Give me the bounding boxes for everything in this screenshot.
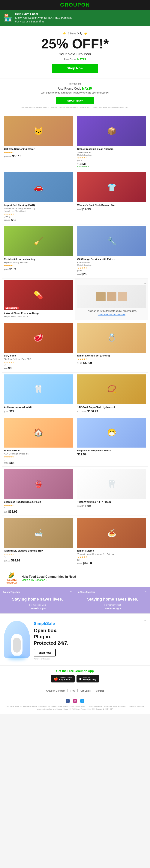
footer-legal-text: You are receiving this email because INF… bbox=[6, 705, 144, 711]
feeding-america-logo: 🌽 FEEDING AMERICA bbox=[4, 572, 19, 584]
product-price-block: $77.50 $55 bbox=[4, 218, 73, 222]
product-price-block: $130 $64.50 bbox=[77, 562, 146, 565]
product-title: Oil Change Services with Extras bbox=[77, 258, 146, 261]
product-card-bbq-food[interactable]: 🥩 BBQ Food Big Daddy's Home Plate BBQ ★★… bbox=[2, 321, 75, 372]
product-image: 🚗 bbox=[4, 172, 73, 202]
product-card-blood-pressure[interactable]: 💊 LEARN MORE 4 Worst Blood Pressure Drug… bbox=[2, 278, 75, 320]
product-card-airport-parking[interactable]: 🚗 Airport Self Parking (EWR) Newark Airp… bbox=[2, 170, 75, 224]
product-review-count: (3) bbox=[77, 559, 146, 561]
product-card-oil-change[interactable]: 🔧 Oil Change Services with Extras Expres… bbox=[75, 224, 148, 278]
product-card-gold-chain[interactable]: 📿 14K Gold Rope Chain by Moricci $1,229.… bbox=[75, 372, 148, 415]
simplisafe-powered-by: Powered by Groupon bbox=[34, 658, 146, 660]
product-price-block: $1,229.99 $156.99 bbox=[77, 410, 146, 413]
product-price-original: $50 bbox=[77, 273, 81, 276]
product-image-label: 😷 bbox=[106, 427, 117, 438]
product-price-original: $1,229.99 bbox=[77, 410, 86, 413]
product-price-original: $45 bbox=[4, 367, 7, 370]
green-banner-text: Help Save Local Show Your Support With a… bbox=[15, 12, 72, 24]
product-card-earrings[interactable]: 💍 Italian Earrings Set (9-Pairs) ★★★★☆ $… bbox=[75, 321, 148, 372]
product-image-label: 📿 bbox=[106, 384, 117, 395]
psa-ad-tag-1: Ad bbox=[70, 590, 72, 592]
product-price-block: $250 $37.99 bbox=[77, 361, 146, 365]
product-price-original: $245 bbox=[4, 410, 8, 413]
product-card-dental-kit[interactable]: 🦷 At-Home Impression Kit $245 $29 bbox=[2, 372, 75, 415]
twitter-icon[interactable]: t bbox=[80, 699, 84, 703]
product-price-original: $25 bbox=[77, 208, 81, 211]
footer-nav-item-3[interactable]: Contact bbox=[96, 689, 104, 692]
product-card-bathtub-tray[interactable]: 🛁 iMountTEK Bamboo Bathtub Tray ★★★★☆(1)… bbox=[2, 516, 75, 567]
psa-hashtag-1: #AloneTogether bbox=[3, 591, 20, 593]
product-card-womens-top[interactable]: 👕 Women's Boat-Neck Dolman Top $25 $14.9… bbox=[75, 170, 148, 224]
product-image: 👕 bbox=[77, 172, 146, 202]
simplisafe-banner: Ad SimpliSafe Open box. Plug in. Protect… bbox=[0, 614, 150, 665]
product-price-current: $35.10 bbox=[12, 155, 21, 158]
product-image: 👙 bbox=[4, 469, 73, 499]
footer-nav-item-2[interactable]: Gift Cards bbox=[80, 689, 91, 692]
product-image: 💍 bbox=[77, 323, 146, 353]
product-title: Residential Housecleaning bbox=[4, 258, 73, 261]
product-image-label: 📦 bbox=[106, 126, 117, 136]
shop-now-button[interactable]: Shop Now bbox=[52, 64, 98, 73]
product-title: This is an ad for better boots sold at h… bbox=[86, 309, 137, 313]
product-price-current: $25 bbox=[81, 273, 86, 276]
product-title: Cat Tree Scratching Tower bbox=[4, 148, 73, 151]
product-price-original: $95 bbox=[77, 163, 81, 165]
footer-nav-item-0[interactable]: Groupon Merchant bbox=[46, 689, 65, 692]
product-stars: ★★★★☆ bbox=[4, 361, 73, 363]
facebook-icon[interactable]: f bbox=[66, 699, 70, 703]
product-card-bras[interactable]: 👙 Seamless Padded Bras (6-Pack) ★★★★☆(1)… bbox=[2, 467, 75, 516]
product-title: At-Home Impression Kit bbox=[4, 406, 73, 409]
product-merchant-link[interactable]: Learn more at thursboots.com bbox=[98, 313, 125, 316]
psa-card-1: #AloneTogether Ad Staying home saves liv… bbox=[0, 587, 75, 613]
product-card-teeth-whitening[interactable]: 🦷 Teeth Whitening Kit (7-Piece) $76 $11.… bbox=[75, 467, 148, 516]
psa-subtitle-2: For more info visit bbox=[78, 604, 147, 606]
footer-legal: f in t You are receiving this email beca… bbox=[0, 695, 150, 714]
product-review-count: (221) bbox=[77, 270, 146, 272]
lightning-icon: ⚡ bbox=[62, 31, 66, 35]
product-merchant: Express Lube bbox=[77, 261, 146, 264]
footer-nav-item-1[interactable]: FAQ bbox=[71, 689, 75, 692]
product-card-italian-cuisine[interactable]: 🍝 Italian Cuisine Viennotti House Restau… bbox=[75, 516, 148, 567]
product-title: Disposable 3-Ply Face Masks bbox=[77, 449, 146, 452]
product-price-current: $84 bbox=[9, 461, 15, 464]
product-image: 😷 bbox=[77, 417, 146, 447]
app-badges: 🍎 Download on the App Store ▶ Get it on … bbox=[4, 675, 146, 682]
product-card-housecleaning[interactable]: 🧹 Residential Housecleaning Skyline Clea… bbox=[2, 224, 75, 278]
product-card-cat-tree[interactable]: 🐱 Cat Tree Scratching Tower ★★★★☆ $109.9… bbox=[2, 114, 75, 170]
instagram-icon[interactable]: in bbox=[73, 699, 77, 703]
simplisafe-glow bbox=[7, 656, 26, 660]
product-price-current: $31 bbox=[81, 162, 86, 165]
products-section: 🐱 Cat Tree Scratching Tower ★★★★☆ $109.9… bbox=[0, 112, 150, 569]
sub-promo-instruction: Just enter the code at checkout to apply… bbox=[7, 91, 143, 94]
product-stars: ★★★★☆ bbox=[77, 358, 146, 361]
product-card-boots-ad[interactable]: Ad This is an ad for better boots sold a… bbox=[75, 278, 148, 320]
product-image-label: 🦷 bbox=[106, 479, 117, 489]
product-image-label: 🧹 bbox=[33, 236, 44, 246]
product-stars: ★★★★☆ bbox=[4, 553, 73, 556]
product-image-label: 🐱 bbox=[33, 126, 44, 136]
product-image: 📿 bbox=[77, 374, 146, 404]
simplisafe-cta-button[interactable]: shop now bbox=[34, 649, 56, 656]
psa-card-2: #AloneTogether Ad Staying home saves liv… bbox=[75, 587, 150, 613]
product-merchant: Skyline Cleaning Services bbox=[4, 261, 73, 264]
app-section-title: Get the Free Groupon App bbox=[4, 670, 146, 673]
product-card-face-masks[interactable]: 😷 Disposable 3-Ply Face Masks $11.99 bbox=[75, 415, 148, 467]
google-play-badge[interactable]: ▶ Get it on Google Play bbox=[76, 675, 99, 682]
product-price-current: $55 bbox=[11, 218, 16, 222]
psa-url-1: coronavirus.gov bbox=[3, 607, 72, 610]
product-location: Multiple Locations bbox=[77, 264, 146, 266]
footer-nav: Groupon Merchant | FAQ | Gift Cards | Co… bbox=[0, 686, 150, 695]
ad-label: Ad bbox=[144, 283, 146, 285]
product-title: SmileDirectClub Clear-Aligners bbox=[77, 148, 146, 151]
app-store-badge[interactable]: 🍎 Download on the App Store bbox=[51, 675, 75, 682]
product-image-label: 🍝 bbox=[106, 528, 117, 538]
promo-days-label: ⚡ 2 Days Only ⚡ bbox=[7, 31, 143, 35]
feeding-america-banner[interactable]: 🌽 FEEDING AMERICA Help Feed Local Commun… bbox=[0, 569, 150, 587]
product-card-house-room[interactable]: 🏠 House / Room AAA Cleaning Services Inc… bbox=[2, 415, 75, 467]
footer-nav-links: Groupon Merchant | FAQ | Gift Cards | Co… bbox=[45, 689, 105, 692]
product-merchant: SmileDirectClub bbox=[77, 151, 146, 154]
sub-shop-now-button[interactable]: SHOP NOW bbox=[56, 97, 94, 104]
simplisafe-brand-name: SimpliSafe bbox=[34, 621, 146, 626]
product-review-count: (3) bbox=[4, 364, 73, 366]
product-card-smile-aligners[interactable]: 📦 SmileDirectClub Clear-Aligners SmileDi… bbox=[75, 114, 148, 170]
